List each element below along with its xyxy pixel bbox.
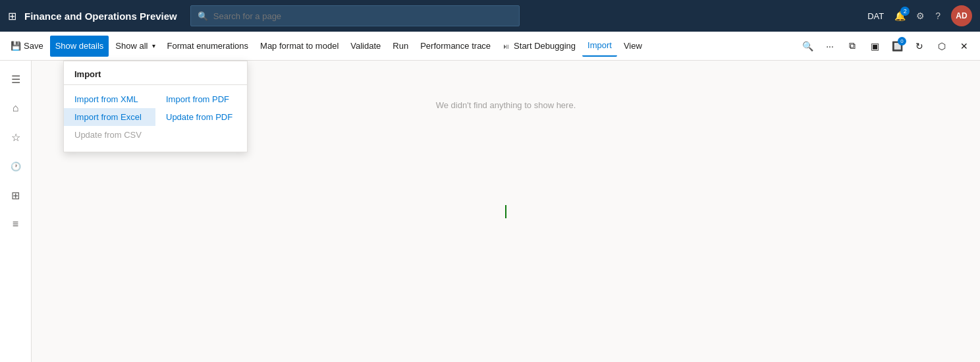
sidebar-item-workspaces[interactable]: ⊞ <box>3 182 29 208</box>
search-input[interactable] <box>213 11 512 21</box>
toolbar-right: 🔍 ··· ⧉ ▣ 🔲 0 ↻ ⬡ ✕ <box>797 36 975 57</box>
notification-bell[interactable]: 🔔 2 <box>894 11 906 21</box>
environment-label: DAT <box>867 11 884 21</box>
update-from-pdf[interactable]: Update from PDF <box>155 108 247 126</box>
performance-trace-button[interactable]: Performance trace <box>415 36 496 57</box>
refresh-button[interactable]: ↻ <box>909 36 930 57</box>
run-button[interactable]: Run <box>387 36 414 57</box>
save-icon: 💾 <box>11 41 21 51</box>
cursor-indicator <box>505 205 506 218</box>
chevron-down-icon: ▾ <box>152 42 155 49</box>
validate-button[interactable]: Validate <box>345 36 386 57</box>
show-details-button[interactable]: Show details <box>50 36 109 57</box>
close-button[interactable]: ✕ <box>954 36 975 57</box>
sidebar-item-list[interactable]: ≡ <box>3 211 29 237</box>
sidebar-item-favorites[interactable]: ☆ <box>3 124 29 150</box>
format-enumerations-button[interactable]: Format enumerations <box>162 36 254 57</box>
more-options-button[interactable]: ··· <box>819 36 840 57</box>
toolbar: 💾 Save Show details Show all ▾ Format en… <box>0 32 980 61</box>
sidebar-item-recent[interactable]: 🕐 <box>3 153 29 179</box>
show-all-button[interactable]: Show all ▾ <box>110 36 160 57</box>
sidebar-item-home[interactable]: ⌂ <box>3 95 29 121</box>
dropdown-header: Import <box>64 67 247 85</box>
import-from-excel[interactable]: Import from Excel <box>64 108 155 126</box>
nav-right-controls: DAT 🔔 2 ⚙ ? AD <box>867 5 972 26</box>
content-area: Import Import from XML Import from PDF I… <box>32 61 980 362</box>
settings-icon[interactable]: ⚙ <box>916 11 925 21</box>
map-format-button[interactable]: Map format to model <box>255 36 344 57</box>
import-dropdown: Import Import from XML Import from PDF I… <box>63 61 248 152</box>
view-button[interactable]: View <box>618 36 647 57</box>
sidebar-item-menu[interactable]: ☰ <box>3 66 29 92</box>
main-layout: ☰ ⌂ ☆ 🕐 ⊞ ≡ Import Import from XML Impor… <box>0 61 980 362</box>
debug-icon: ⏯ <box>503 42 510 50</box>
update-from-csv[interactable]: Update from CSV <box>64 126 155 144</box>
sidebar: ☰ ⌂ ☆ 🕐 ⊞ ≡ <box>0 61 32 362</box>
top-nav: ⊞ Finance and Operations Preview 🔍 DAT 🔔… <box>0 0 980 32</box>
user-avatar[interactable]: AD <box>951 5 972 26</box>
search-toolbar-icon[interactable]: 🔍 <box>797 36 818 57</box>
badge-count: 0 <box>898 37 906 45</box>
import-from-xml[interactable]: Import from XML <box>64 90 155 108</box>
badge-button[interactable]: 🔲 0 <box>886 36 908 57</box>
empty-message: We didn't find anything to show here. <box>436 100 576 110</box>
import-button[interactable]: Import <box>582 36 617 57</box>
grid-menu-icon[interactable]: ⊞ <box>8 10 16 22</box>
panel-toggle-icon[interactable]: ▣ <box>864 36 885 57</box>
dropdown-grid: Import from XML Import from PDF Import f… <box>64 88 247 146</box>
notification-badge: 2 <box>900 7 910 16</box>
import-from-pdf[interactable]: Import from PDF <box>155 90 247 108</box>
search-bar[interactable]: 🔍 <box>190 5 520 26</box>
search-icon: 🔍 <box>198 11 208 21</box>
layout-icon[interactable]: ⧉ <box>842 36 863 57</box>
start-debugging-button[interactable]: ⏯ Start Debugging <box>497 36 581 57</box>
app-title: Finance and Operations Preview <box>24 11 177 22</box>
save-button[interactable]: 💾 Save <box>5 36 49 57</box>
help-icon[interactable]: ? <box>935 11 940 21</box>
popout-button[interactable]: ⬡ <box>931 36 952 57</box>
